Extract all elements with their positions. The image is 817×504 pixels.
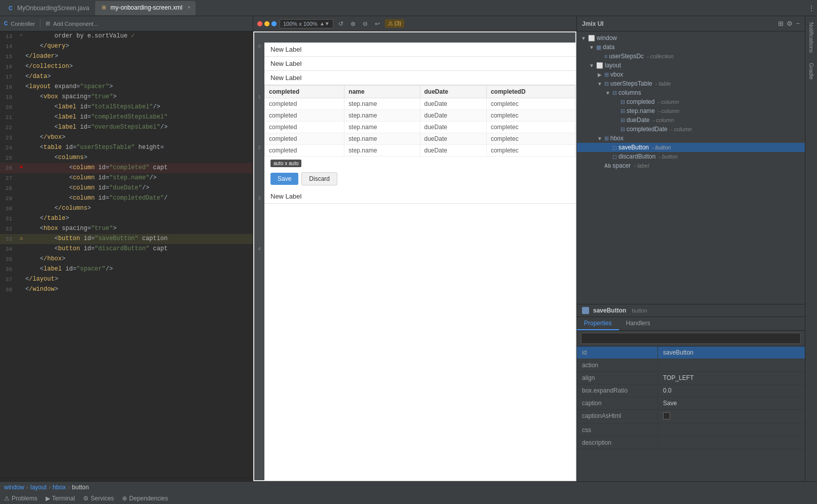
line-marker-26: ● <box>17 163 25 172</box>
props-key-action: action <box>577 359 658 371</box>
editor-toolbar: C Controller ⊞ Add Component... <box>0 16 253 31</box>
tree-arrow-userStepsTable[interactable]: ▼ <box>597 81 603 87</box>
controller-button[interactable]: Controller <box>11 21 35 27</box>
line-34: 34 <button id="discardButton" capt <box>0 244 253 254</box>
ruler-left-3: 3 <box>258 196 260 201</box>
props-row-id[interactable]: id saveButton <box>577 346 805 359</box>
cell-duedate-5: dueDate <box>420 145 486 157</box>
preview-footer-label: New Label <box>264 189 575 204</box>
tree-item-hbox[interactable]: ▼ ⊞ hbox <box>577 134 805 143</box>
tree-item-window[interactable]: ▼ ⬜ window <box>577 33 805 43</box>
tab-properties[interactable]: Properties <box>577 317 619 330</box>
column-icon: ⊟ <box>620 99 625 105</box>
tree-item-vbox[interactable]: ▶ ⊞ vbox <box>577 70 805 79</box>
line-num-16: 16 <box>0 62 17 72</box>
line-32: 32 <hbox spacing="true"> <box>0 224 253 234</box>
gradle-label[interactable]: Gradle <box>807 59 815 84</box>
zoom-arrow-icon: ▲▼ <box>320 21 330 26</box>
discard-button-preview[interactable]: Discard <box>301 172 337 185</box>
tree-arrow-hbox[interactable]: ▼ <box>597 136 603 141</box>
tree-item-layout[interactable]: ▼ ⬜ layout <box>577 61 805 70</box>
line-num-23: 23 <box>0 133 17 143</box>
line-content-34: <button id="discardButton" capt <box>25 244 253 253</box>
tree-item-col-duedate[interactable]: ▶ ⊟ dueDate - column <box>577 115 805 125</box>
problems-icon: ⚠ <box>4 495 10 502</box>
breadcrumb-layout[interactable]: layout <box>30 484 47 491</box>
tree-item-spacer[interactable]: ▶ Ab spacer - label <box>577 161 805 170</box>
tree-item-discardbutton[interactable]: ▶ ◻ discardButton - button <box>577 152 805 161</box>
preview-label-1: New Label <box>264 43 575 57</box>
line-38: 38 </window> <box>0 285 253 295</box>
props-row-caption[interactable]: caption Save <box>577 397 805 410</box>
tree-arrow-layout[interactable]: ▼ <box>589 63 595 68</box>
notifications-label[interactable]: Notifications <box>807 18 815 57</box>
preview-zoom-in-icon[interactable]: ⊕ <box>348 19 358 28</box>
captionashtml-checkbox[interactable] <box>663 412 670 419</box>
jmix-minimize-icon[interactable]: − <box>796 20 800 27</box>
cell-completedd-2: completec <box>486 110 575 122</box>
tab-handlers[interactable]: Handlers <box>619 317 657 330</box>
tree-item-col-stepname[interactable]: ▶ ⊟ step.name - column <box>577 106 805 115</box>
data-icon: ▦ <box>596 44 601 51</box>
dependencies-icon: ⊕ <box>122 495 127 502</box>
tree-item-savebutton[interactable]: ▶ ◻ saveButton - button <box>577 143 805 152</box>
editor-scrollbar[interactable] <box>0 477 253 481</box>
tree-arrow-window[interactable]: ▼ <box>580 35 587 41</box>
jmix-layout-icon[interactable]: ⊞ <box>778 20 784 27</box>
line-22: 22 <label id="overdueStepsLabel"/> <box>0 123 253 133</box>
tree-sublabel-spacer: - label <box>632 163 649 169</box>
column-icon-2: ⊟ <box>620 108 625 114</box>
save-button-preview[interactable]: Save <box>270 173 298 185</box>
props-value-align: TOP_LEFT <box>658 372 805 384</box>
jmix-settings-icon[interactable]: ⚙ <box>787 20 793 27</box>
table-icon: ⊟ <box>604 81 609 87</box>
preview-reset-icon[interactable]: ↩ <box>373 19 382 28</box>
add-component-button[interactable]: Add Component... <box>53 21 98 27</box>
tab-more-icon[interactable]: ⋮ <box>808 4 815 12</box>
tree-item-col-completeddate[interactable]: ▶ ⊟ completedDate - column <box>577 125 805 134</box>
props-row-boxexpand[interactable]: box.expandRatio 0.0 <box>577 384 805 397</box>
tab-close-icon[interactable]: × <box>187 5 190 10</box>
zoom-display[interactable]: 100% x 100% ▲▼ <box>280 19 333 28</box>
tree-item-col-completed[interactable]: ▶ ⊟ completed - column <box>577 97 805 106</box>
tree-item-columns[interactable]: ▼ ⊟ columns <box>577 88 805 97</box>
tree-item-data[interactable]: ▼ ▦ data <box>577 43 805 52</box>
tree-sublabel-discardbutton: - button <box>657 153 677 160</box>
breadcrumb-window[interactable]: window <box>4 484 24 491</box>
window-icon: ⬜ <box>588 35 595 42</box>
props-row-action[interactable]: action <box>577 359 805 372</box>
props-row-align[interactable]: align TOP_LEFT <box>577 372 805 384</box>
line-26: 26 ● <column id="completed" capt <box>0 163 253 173</box>
right-sidebar: Notifications Gradle <box>805 16 817 481</box>
props-search-input[interactable] <box>581 333 801 344</box>
breadcrumb-hbox[interactable]: hbox <box>53 484 66 491</box>
breadcrumb: window › layout › hbox › button <box>0 482 817 493</box>
tree-sublabel-userStepsDc: - collection <box>645 53 674 59</box>
tree-arrow-data[interactable]: ▼ <box>589 45 595 50</box>
bottom-tab-services[interactable]: ⚙ Services <box>79 493 118 504</box>
line-content-38: </window> <box>25 285 253 294</box>
tab-xml[interactable]: ⊞ my-onboarding-screen.xml × <box>95 1 196 15</box>
tree-arrow-vbox[interactable]: ▶ <box>597 72 603 77</box>
props-row-description[interactable]: description <box>577 437 805 449</box>
tab-java[interactable]: C MyOnboardingScreen.java <box>2 1 94 15</box>
tree-arrow-columns[interactable]: ▼ <box>605 90 611 96</box>
preview-zoom-out-icon[interactable]: ⊖ <box>361 19 370 28</box>
props-row-css[interactable]: css <box>577 424 805 437</box>
tree-sublabel-col-stepname: - column <box>656 108 679 114</box>
tree-item-userStepsTable[interactable]: ▼ ⊟ userStepsTable - table <box>577 79 805 88</box>
props-key-captionashtml: captionAsHtml <box>577 410 658 423</box>
tree-item-userStepsDc[interactable]: ▶ ≡ userStepsDc - collection <box>577 52 805 61</box>
line-content-16: </collection> <box>25 62 253 71</box>
cell-duedate-1: dueDate <box>420 98 486 110</box>
breadcrumb-sep-1: › <box>26 484 28 491</box>
bottom-tab-terminal[interactable]: ▶ Terminal <box>42 493 79 504</box>
tree-container: ▼ ⬜ window ▼ ▦ data ▶ ≡ userStepsDc - co… <box>577 31 805 304</box>
line-28: 28 <column id="dueDate"/> <box>0 183 253 193</box>
table-row: completed step.name dueDate completec <box>265 145 575 157</box>
bottom-tab-dependencies[interactable]: ⊕ Dependencies <box>118 493 172 504</box>
line-content-35: </hbox> <box>25 254 253 263</box>
preview-refresh-icon[interactable]: ↺ <box>336 19 345 28</box>
bottom-tab-problems[interactable]: ⚠ Problems <box>0 493 42 504</box>
props-row-captionashtml[interactable]: captionAsHtml <box>577 410 805 424</box>
